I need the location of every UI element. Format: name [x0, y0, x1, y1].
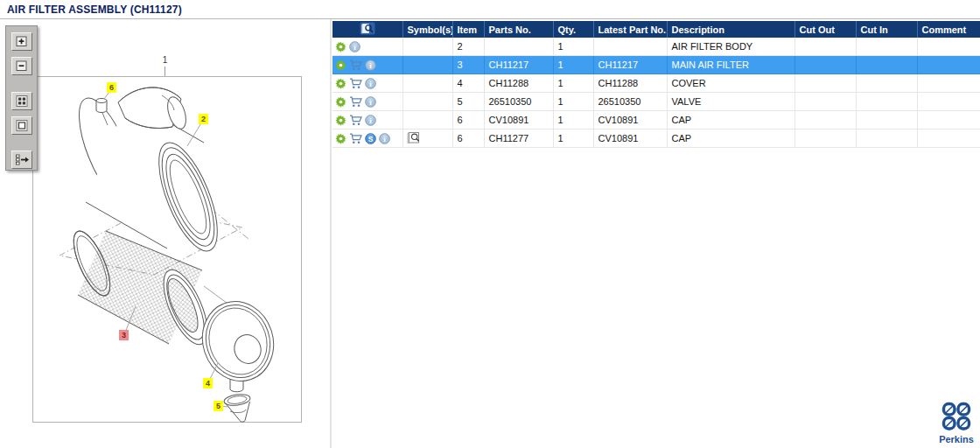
cell-comment	[917, 130, 980, 148]
cart-icon[interactable]	[349, 115, 362, 126]
cart-icon[interactable]	[349, 78, 362, 89]
gear-icon[interactable]	[335, 133, 346, 144]
square-icon	[15, 119, 29, 132]
multi-view-button[interactable]	[11, 92, 32, 110]
cell-description: CAP	[667, 111, 794, 130]
cell-cut-in	[856, 74, 917, 93]
cell-latest-part-no: CH11288	[593, 74, 667, 93]
svg-text:S: S	[368, 134, 374, 143]
table-row[interactable]: i21AIR FILTER BODY	[332, 38, 980, 56]
cell-actions: i	[332, 38, 402, 56]
cell-actions: i	[332, 93, 402, 111]
parts-table-body: i21AIR FILTER BODYi3CH112171CH11217MAIN …	[332, 38, 980, 148]
cell-symbols	[402, 93, 452, 111]
cart-icon[interactable]	[349, 133, 362, 144]
cell-cut-out	[794, 74, 856, 93]
pane-divider[interactable]	[330, 19, 332, 448]
cell-item: 5	[452, 93, 484, 111]
col-header-description[interactable]: Description	[667, 21, 794, 38]
send-to-list-button[interactable]	[11, 150, 32, 169]
brand-block: Perkins	[934, 402, 978, 444]
cell-actions: i	[332, 74, 402, 93]
info-icon[interactable]: i	[349, 41, 360, 52]
title-divider	[0, 18, 980, 19]
gear-icon[interactable]	[335, 41, 346, 52]
info-icon[interactable]: i	[365, 115, 376, 126]
table-row[interactable]: i526510350126510350VALVE	[332, 93, 980, 111]
col-header-qty[interactable]: Qty.	[553, 21, 593, 38]
brand-name: Perkins	[934, 434, 978, 444]
cell-latest-part-no: CV10891	[593, 111, 667, 130]
table-row[interactable]: i3CH112171CH11217MAIN AIR FILTER	[332, 56, 980, 74]
cell-parts-no: 26510350	[484, 93, 553, 111]
cell-cut-out	[794, 93, 856, 111]
table-row[interactable]: Si6CH112771CV10891CAP	[332, 130, 980, 148]
s-badge-icon[interactable]: S	[365, 133, 376, 144]
info-icon[interactable]: i	[365, 96, 376, 108]
single-view-button[interactable]	[11, 116, 32, 135]
cart-icon[interactable]	[349, 96, 362, 108]
cell-cut-in	[856, 38, 917, 56]
cell-actions: i	[332, 111, 402, 130]
cell-comment	[917, 56, 980, 74]
cell-symbols	[402, 111, 452, 130]
cell-qty: 1	[553, 93, 593, 111]
col-header-latest-part-no[interactable]: Latest Part No.	[593, 21, 667, 38]
col-header-cut-out[interactable]: Cut Out	[794, 21, 856, 38]
gear-icon[interactable]	[335, 60, 346, 71]
cell-latest-part-no: 26510350	[593, 93, 667, 111]
cell-cut-in	[856, 93, 917, 111]
table-header-row: Symbol(s) Item Parts No. Qty. Latest Par…	[332, 21, 980, 38]
book-magnifier-icon[interactable]	[403, 131, 422, 144]
col-header-item[interactable]: Item	[452, 21, 484, 38]
callout-1-leader	[164, 66, 165, 76]
callout-4[interactable]: 4	[203, 378, 213, 388]
gear-icon[interactable]	[335, 96, 346, 108]
cell-item: 6	[452, 111, 484, 130]
col-header-parts-no[interactable]: Parts No.	[484, 21, 553, 38]
cell-description: AIR FILTER BODY	[667, 38, 794, 56]
col-header-comment[interactable]: Comment	[917, 21, 980, 38]
plus-icon	[15, 35, 29, 48]
diagram-toolbar	[5, 25, 38, 171]
callout-1[interactable]: 1	[160, 55, 170, 66]
zoom-out-button[interactable]	[11, 57, 32, 75]
parts-table: Symbol(s) Item Parts No. Qty. Latest Par…	[332, 21, 980, 148]
info-icon[interactable]: i	[365, 60, 376, 71]
col-header-symbols[interactable]: Symbol(s)	[402, 21, 452, 38]
cell-description: CAP	[667, 130, 794, 148]
cart-icon[interactable]	[349, 60, 362, 71]
info-icon[interactable]: i	[365, 78, 376, 89]
cell-parts-no	[484, 38, 553, 56]
zoom-in-button[interactable]	[11, 32, 32, 51]
perkins-logo-icon	[942, 402, 971, 430]
callout-3-selected[interactable]: 3	[119, 330, 129, 340]
table-row[interactable]: i4CH112881CH11288COVER	[332, 74, 980, 93]
callout-6[interactable]: 6	[107, 82, 116, 93]
cell-cut-out	[794, 130, 856, 148]
cell-qty: 1	[553, 111, 593, 130]
cell-comment	[917, 111, 980, 130]
cell-cut-in	[856, 130, 917, 148]
table-row[interactable]: i6CV108911CV10891CAP	[332, 111, 980, 130]
cell-actions: i	[332, 56, 402, 74]
cell-latest-part-no: CV10891	[593, 130, 667, 148]
col-header-actions	[332, 21, 402, 38]
info-icon[interactable]: i	[379, 133, 390, 144]
cell-symbols	[402, 130, 452, 148]
parts-search-icon[interactable]	[332, 22, 402, 35]
cell-symbols	[402, 74, 452, 93]
gear-icon[interactable]	[335, 78, 346, 89]
cell-symbols	[402, 38, 452, 56]
cell-parts-no: CH11217	[484, 56, 553, 74]
cell-item: 2	[452, 38, 484, 56]
exploded-view-drawing	[32, 76, 302, 423]
callout-2[interactable]: 2	[199, 114, 208, 124]
cell-qty: 1	[553, 38, 593, 56]
cell-comment	[917, 93, 980, 111]
cell-cut-out	[794, 111, 856, 130]
cell-actions: Si	[332, 130, 402, 148]
callout-5[interactable]: 5	[214, 401, 223, 411]
gear-icon[interactable]	[335, 115, 346, 126]
col-header-cut-in[interactable]: Cut In	[856, 21, 917, 38]
